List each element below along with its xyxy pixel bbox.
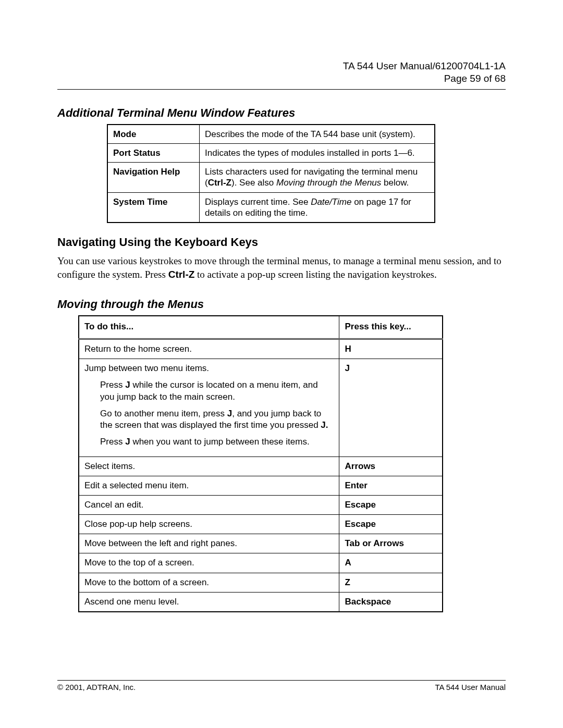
- todo-cell: Ascend one menu level.: [79, 592, 339, 612]
- key-j: J: [125, 437, 130, 447]
- key-cell: Escape: [339, 496, 443, 515]
- key-cell: Arrows: [339, 456, 443, 476]
- sub-note: Press J while the cursor is located on a…: [84, 379, 334, 402]
- feature-label: System Time: [107, 192, 200, 223]
- col-header-key: Press this key...: [339, 316, 443, 339]
- text: below.: [381, 178, 409, 188]
- todo-cell: Move to the top of a screen.: [79, 553, 339, 573]
- text: Displays current time. See: [205, 197, 311, 207]
- footer-row: © 2001, ADTRAN, Inc. TA 544 User Manual: [57, 683, 506, 692]
- ctrl-z-text: Ctrl-Z: [208, 178, 231, 188]
- table-row: Move to the bottom of a screen. Z: [79, 573, 443, 592]
- table-header-row: To do this... Press this key...: [79, 316, 443, 339]
- todo-cell: Cancel an edit.: [79, 496, 339, 515]
- text: to activate a pop-up screen listing the …: [194, 269, 436, 280]
- feature-label: Port Status: [107, 143, 200, 162]
- table-row: Edit a selected menu item. Enter: [79, 476, 443, 496]
- table-row: Port Status Indicates the types of modul…: [107, 143, 435, 162]
- todo-cell: Select items.: [79, 456, 339, 476]
- text: Jump between two menu items.: [84, 363, 209, 373]
- footer-left: © 2001, ADTRAN, Inc.: [57, 683, 136, 692]
- moving-menus-ref: Moving through the Menus: [276, 178, 381, 188]
- datetime-ref: Date/Time: [311, 197, 351, 207]
- page-indicator: Page 59 of 68: [57, 72, 506, 85]
- footer-right: TA 544 User Manual: [435, 683, 506, 692]
- text: Press: [100, 437, 125, 447]
- key-cell: Z: [339, 573, 443, 592]
- page-header: TA 544 User Manual/61200704L1-1A Page 59…: [57, 0, 506, 85]
- feature-label: Navigation Help: [107, 163, 200, 193]
- key-cell: J: [339, 359, 443, 457]
- table-row: Ascend one menu level. Backspace: [79, 592, 443, 612]
- feature-description: Indicates the types of modules installed…: [200, 143, 435, 162]
- key-cell: Backspace: [339, 592, 443, 612]
- key-j: J.: [321, 420, 328, 430]
- table-row: Move to the top of a screen. A: [79, 553, 443, 573]
- key-cell: Enter: [339, 476, 443, 496]
- table-row: Return to the home screen. H: [79, 339, 443, 359]
- col-header-todo: To do this...: [79, 316, 339, 339]
- todo-cell: Return to the home screen.: [79, 339, 339, 359]
- text: Press: [100, 380, 125, 390]
- page-footer: © 2001, ADTRAN, Inc. TA 544 User Manual: [57, 676, 506, 692]
- table-row: Move between the left and right panes. T…: [79, 534, 443, 553]
- page: TA 544 User Manual/61200704L1-1A Page 59…: [0, 0, 563, 728]
- table-row: Mode Describes the mode of the TA 544 ba…: [107, 125, 435, 144]
- sub-note: Press J when you want to jump between th…: [84, 436, 334, 448]
- footer-rule: [57, 680, 506, 681]
- features-table: Mode Describes the mode of the TA 544 ba…: [107, 124, 435, 224]
- text: while the cursor is located on a menu it…: [100, 380, 318, 401]
- table-row: Navigation Help Lists characters used fo…: [107, 163, 435, 193]
- table-row: Select items. Arrows: [79, 456, 443, 476]
- key-cell: A: [339, 553, 443, 573]
- feature-description: Describes the mode of the TA 544 base un…: [200, 125, 435, 144]
- table-row: Cancel an edit. Escape: [79, 496, 443, 515]
- todo-cell: Close pop-up help screens.: [79, 515, 339, 534]
- feature-description: Lists characters used for navigating the…: [200, 163, 435, 193]
- key-table: To do this... Press this key... Return t…: [78, 315, 443, 612]
- text: when you want to jump between these item…: [130, 437, 310, 447]
- section-heading-nav: Navigating Using the Keyboard Keys: [57, 236, 506, 249]
- table-row: Jump between two menu items. Press J whi…: [79, 359, 443, 457]
- key-cell: H: [339, 339, 443, 359]
- todo-cell: Move to the bottom of a screen.: [79, 573, 339, 592]
- key-j: J: [227, 409, 232, 418]
- text: Go to another menu item, press: [100, 409, 227, 418]
- nav-paragraph: You can use various keystrokes to move t…: [57, 254, 506, 281]
- feature-description: Displays current time. See Date/Time on …: [200, 192, 435, 223]
- doc-title: TA 544 User Manual/61200704L1-1A: [57, 60, 506, 72]
- sub-note: Go to another menu item, press J, and yo…: [84, 408, 334, 431]
- section-heading-moving: Moving through the Menus: [57, 298, 506, 311]
- text: ). See also: [231, 178, 276, 188]
- todo-cell: Move between the left and right panes.: [79, 534, 339, 553]
- section-heading-features: Additional Terminal Menu Window Features: [57, 106, 506, 120]
- key-cell: Tab or Arrows: [339, 534, 443, 553]
- key-cell: Escape: [339, 515, 443, 534]
- table-row: Close pop-up help screens. Escape: [79, 515, 443, 534]
- todo-cell: Jump between two menu items. Press J whi…: [79, 359, 339, 457]
- key-j: J: [125, 380, 130, 390]
- ctrl-z-text: Ctrl-Z: [168, 269, 195, 280]
- todo-cell: Edit a selected menu item.: [79, 476, 339, 496]
- header-rule: [57, 89, 506, 90]
- feature-label: Mode: [107, 125, 200, 144]
- table-row: System Time Displays current time. See D…: [107, 192, 435, 223]
